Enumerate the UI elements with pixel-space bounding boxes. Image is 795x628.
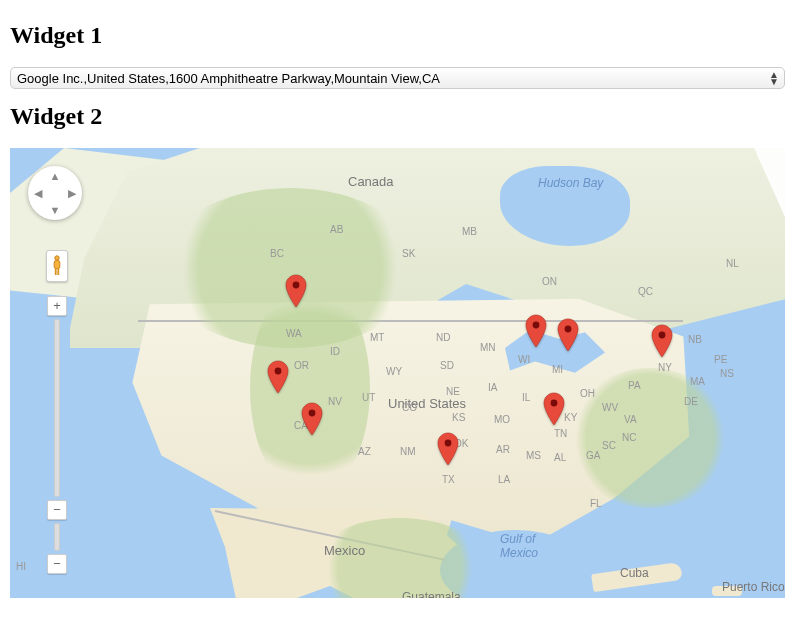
pan-down-icon[interactable]: ▼ <box>50 204 61 216</box>
state-label: AZ <box>358 446 371 457</box>
zoom-in-button[interactable]: + <box>47 296 67 316</box>
marker-atlanta-ga[interactable] <box>543 392 565 426</box>
svg-point-8 <box>533 322 540 329</box>
svg-rect-2 <box>55 268 57 275</box>
state-label: FL <box>590 498 602 509</box>
state-label: MT <box>370 332 384 343</box>
widget2-title: Widget 2 <box>10 103 785 130</box>
pan-right-icon[interactable]: ▶ <box>68 187 76 200</box>
state-label: OH <box>580 388 595 399</box>
svg-point-5 <box>275 368 282 375</box>
marker-los-angeles-ca[interactable] <box>301 402 323 436</box>
state-label: LA <box>498 474 510 485</box>
state-label: KY <box>564 412 577 423</box>
state-label: NL <box>726 258 739 269</box>
state-label: NS <box>720 368 734 379</box>
state-label: ON <box>542 276 557 287</box>
state-label: CO <box>402 402 417 413</box>
state-label: OR <box>294 360 309 371</box>
state-label: UT <box>362 392 375 403</box>
pan-left-icon[interactable]: ◀ <box>34 187 42 200</box>
marker-austin-tx[interactable] <box>437 432 459 466</box>
country-label: Puerto Rico <box>722 580 785 594</box>
water-label: Hudson Bay <box>538 176 603 190</box>
state-label: PA <box>628 380 641 391</box>
state-label: NY <box>658 362 672 373</box>
state-label: NB <box>688 334 702 345</box>
svg-rect-1 <box>54 261 60 269</box>
state-label: AB <box>330 224 343 235</box>
svg-point-9 <box>565 326 572 333</box>
svg-point-4 <box>293 282 300 289</box>
state-label: IA <box>488 382 497 393</box>
state-label: WI <box>518 354 530 365</box>
pan-control[interactable]: ▲ ▼ ◀ ▶ <box>28 166 82 220</box>
state-label: GA <box>586 450 600 461</box>
state-label: MA <box>690 376 705 387</box>
country-label: Guatemala <box>402 590 461 598</box>
country-label: Mexico <box>324 543 365 558</box>
zoom-slider-track[interactable] <box>54 319 60 497</box>
water-label: Gulf of <box>500 532 535 546</box>
map-canvas[interactable]: ▲ ▼ ◀ ▶ + − − HI CanadaUnited StatesMexi… <box>10 148 785 598</box>
state-label: BC <box>270 248 284 259</box>
state-label: SD <box>440 360 454 371</box>
state-label: NE <box>446 386 460 397</box>
widget1-title: Widget 1 <box>10 22 785 49</box>
state-label: MO <box>494 414 510 425</box>
state-label: SK <box>402 248 415 259</box>
zoom-slider-track-small[interactable] <box>54 523 60 551</box>
pan-up-icon[interactable]: ▲ <box>50 170 61 182</box>
state-label: MS <box>526 450 541 461</box>
state-label: MN <box>480 342 496 353</box>
pegman-streetview[interactable] <box>46 250 68 282</box>
marker-madison-wi[interactable] <box>525 314 547 348</box>
state-label: SC <box>602 440 616 451</box>
state-label: VA <box>624 414 637 425</box>
state-label: ID <box>330 346 340 357</box>
state-label: WV <box>602 402 618 413</box>
state-label: ND <box>436 332 450 343</box>
state-label: NV <box>328 396 342 407</box>
marker-san-francisco-ca[interactable] <box>267 360 289 394</box>
zoom-out-button[interactable]: − <box>47 554 67 574</box>
svg-point-11 <box>659 332 666 339</box>
country-label: Cuba <box>620 566 649 580</box>
zoom-step-button[interactable]: − <box>47 500 67 520</box>
state-label-hi: HI <box>16 561 26 572</box>
svg-point-7 <box>445 440 452 447</box>
state-label: WY <box>386 366 402 377</box>
state-label: TN <box>554 428 567 439</box>
address-select[interactable]: Google Inc.,United States,1600 Amphithea… <box>10 67 785 89</box>
state-label: IL <box>522 392 530 403</box>
water-label: Mexico <box>500 546 538 560</box>
marker-ann-arbor-mi[interactable] <box>557 318 579 352</box>
state-label: NM <box>400 446 416 457</box>
state-label: MB <box>462 226 477 237</box>
svg-point-0 <box>55 256 59 260</box>
state-label: DE <box>684 396 698 407</box>
state-label: WA <box>286 328 302 339</box>
state-label: QC <box>638 286 653 297</box>
state-label: NC <box>622 432 636 443</box>
svg-point-6 <box>309 410 316 417</box>
address-select-holder: Google Inc.,United States,1600 Amphithea… <box>10 67 785 89</box>
country-label: Canada <box>348 174 394 189</box>
svg-rect-3 <box>57 268 59 275</box>
country-label: United States <box>388 396 466 411</box>
state-label: KS <box>452 412 465 423</box>
zoom-control: + − − <box>48 296 66 574</box>
svg-point-10 <box>551 400 558 407</box>
state-label: TX <box>442 474 455 485</box>
marker-seattle-wa[interactable] <box>285 274 307 308</box>
marker-new-york-ny[interactable] <box>651 324 673 358</box>
state-label: PE <box>714 354 727 365</box>
state-label: MI <box>552 364 563 375</box>
state-label: AL <box>554 452 566 463</box>
state-label: AR <box>496 444 510 455</box>
